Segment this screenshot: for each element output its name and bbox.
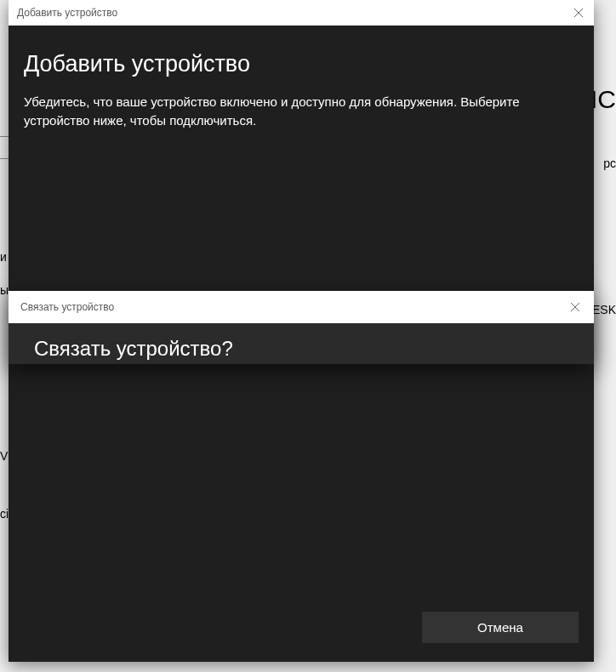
add-device-body: Добавить устройство Убедитесь, что ваше … [9, 26, 594, 147]
add-device-footer: Отмена [9, 600, 594, 662]
add-device-subtext: Убедитесь, что ваше устройство включено … [24, 93, 579, 130]
pair-device-heading: Связать устройство? [34, 337, 568, 361]
close-icon[interactable] [568, 300, 582, 314]
add-device-heading: Добавить устройство [24, 51, 579, 77]
pair-device-titlebar: Связать устройство [9, 291, 594, 323]
bg-fragment: рс [603, 157, 616, 170]
bg-fragment: ы [0, 283, 9, 297]
cancel-button[interactable]: Отмена [422, 612, 579, 643]
close-icon[interactable] [572, 6, 585, 20]
pair-device-dialog: Связать устройство Связать устройство? [9, 291, 594, 364]
bg-fragment: ESK [592, 303, 616, 316]
pair-device-body: Связать устройство? [9, 323, 594, 361]
bg-fragment: и [0, 250, 7, 264]
bg-fragment: IC [590, 85, 616, 114]
bg-fragment: сі [0, 507, 9, 521]
add-device-titlebar: Добавить устройство [9, 0, 594, 26]
pair-device-window-title: Связать устройство [20, 301, 114, 313]
add-device-window-title: Добавить устройство [17, 7, 117, 19]
